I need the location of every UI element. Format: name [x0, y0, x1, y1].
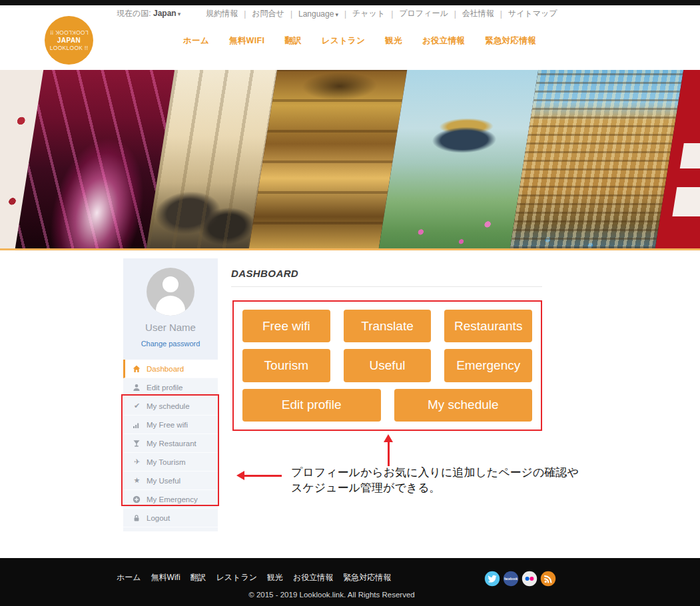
sidebar-item-edit-profile[interactable]: Edit profile	[123, 378, 218, 397]
tourism-button[interactable]: Tourism	[242, 349, 330, 382]
my-schedule-button[interactable]: My schedule	[394, 389, 533, 422]
footer-link-useful[interactable]: お役立情報	[293, 572, 333, 583]
footer-link-tourism[interactable]: 観光	[267, 572, 283, 583]
user-name: User Name	[145, 322, 196, 333]
sidebar-item-label: My Free wifi	[147, 421, 188, 429]
sidebar-item-label: Dashboard	[147, 365, 184, 373]
footer-link-home[interactable]: ホーム	[117, 572, 141, 583]
caret-down-icon: ▾	[178, 11, 181, 17]
dashboard-button-grid: Free wifi Translate Restaurants Tourism …	[232, 300, 542, 431]
twitter-icon[interactable]	[484, 571, 500, 587]
footer-link-restaurant[interactable]: レストラン	[216, 572, 257, 583]
annotation-line-1: プロフィールからお気に入りに追加したページの確認や	[291, 465, 579, 480]
utility-link-company[interactable]: 会社情報	[462, 8, 494, 19]
annotation-arrow-left-icon	[236, 471, 282, 481]
sidebar-item-my-restaurant[interactable]: My Restaurant	[123, 434, 218, 453]
utility-link-terms[interactable]: 規約情報	[206, 8, 238, 19]
sidebar-item-dashboard[interactable]: Dashboard	[123, 360, 218, 378]
page-title: DASHBOARD	[231, 268, 298, 279]
nav-tourism[interactable]: 観光	[385, 35, 402, 47]
separator: |	[500, 9, 502, 19]
sidebar-item-my-schedule[interactable]: ✔ My schedule	[123, 397, 218, 416]
facebook-icon[interactable]: facebook	[503, 571, 519, 587]
restaurants-button[interactable]: Restaurants	[444, 310, 532, 342]
button-row-2: Tourism Useful Emergency	[242, 349, 532, 382]
logo-bottom-text: LOOKLOOK !!	[50, 45, 89, 51]
sidebar-menu: Dashboard Edit profile ✔ My schedule My …	[123, 360, 218, 527]
star-icon: ★	[133, 477, 141, 484]
social-icons: facebook	[484, 571, 556, 587]
martini-glass-icon	[133, 440, 141, 448]
separator: |	[290, 9, 292, 19]
title-divider	[231, 286, 542, 287]
hero-bottom-border	[0, 248, 700, 250]
signal-bars-icon	[133, 421, 141, 429]
home-icon	[133, 365, 141, 373]
button-row-1: Free wifi Translate Restaurants	[242, 310, 532, 342]
airplane-icon: ✈	[133, 458, 141, 465]
header: LOOKLOOK !! JAPAN LOOKLOOK !! 現在の国: Japa…	[0, 5, 700, 70]
utility-link-profile[interactable]: プロフィール	[399, 8, 448, 19]
annotation-line-2: スケジュール管理ができる。	[291, 480, 579, 495]
country-selector[interactable]: 現在の国: Japan▾	[117, 8, 180, 19]
sidebar-item-my-free-wifi[interactable]: My Free wifi	[123, 416, 218, 434]
country-label: 現在の国:	[117, 9, 151, 18]
top-black-strip	[0, 0, 700, 5]
translate-button[interactable]: Translate	[344, 310, 432, 342]
svg-text:facebook: facebook	[504, 577, 518, 581]
nav-translate[interactable]: 翻訳	[284, 35, 302, 47]
button-row-3: Edit profile My schedule	[242, 389, 532, 422]
logo-middle-text: JAPAN	[57, 37, 81, 44]
main-nav: ホーム 無料WIFI 翻訳 レストラン 観光 お役立情報 緊急対応情報	[183, 35, 536, 47]
logo-top-text: LOOKLOOK !!	[50, 29, 89, 36]
utility-link-language[interactable]: Language▾	[298, 9, 338, 19]
nav-restaurant[interactable]: レストラン	[322, 35, 365, 47]
separator: |	[244, 9, 246, 19]
useful-button[interactable]: Useful	[344, 349, 432, 382]
sidebar-item-label: My Tourism	[147, 458, 186, 466]
footer-link-translate[interactable]: 翻訳	[190, 572, 206, 583]
country-value: Japan	[153, 9, 176, 18]
footer-link-free-wifi[interactable]: 無料Wifi	[151, 572, 180, 583]
utility-link-chat[interactable]: チャット	[352, 8, 385, 19]
emergency-button[interactable]: Emergency	[444, 349, 532, 382]
rss-icon[interactable]	[540, 571, 556, 587]
free-wifi-button[interactable]: Free wifi	[242, 310, 330, 342]
change-password-link[interactable]: Change password	[141, 340, 200, 348]
site-logo[interactable]: LOOKLOOK !! JAPAN LOOKLOOK !!	[45, 16, 93, 65]
footer: ホーム 無料Wifi 翻訳 レストラン 観光 お役立情報 緊急対応情報 face…	[0, 558, 700, 606]
footer-links: ホーム 無料Wifi 翻訳 レストラン 観光 お役立情報 緊急対応情報	[117, 572, 391, 583]
sidebar: User Name Change password Dashboard Edit…	[123, 258, 218, 531]
hero-banner-collage	[0, 70, 700, 248]
edit-profile-button[interactable]: Edit profile	[242, 389, 381, 422]
sidebar-item-logout[interactable]: Logout	[123, 509, 218, 527]
hero-photo-hotel	[509, 70, 685, 248]
footer-link-emergency[interactable]: 緊急対応情報	[343, 572, 391, 583]
plus-circle-icon	[133, 495, 141, 503]
user-icon	[133, 384, 141, 392]
separator: |	[391, 9, 393, 19]
sidebar-item-label: My Emergency	[147, 495, 198, 503]
sidebar-item-label: My Restaurant	[147, 440, 196, 448]
check-icon: ✔	[133, 402, 141, 410]
copyright-text: © 2015 - 2019 Looklook.link. All Rights …	[0, 591, 663, 599]
utility-link-sitemap[interactable]: サイトマップ	[508, 8, 557, 19]
sidebar-item-my-tourism[interactable]: ✈ My Tourism	[123, 453, 218, 471]
nav-home[interactable]: ホーム	[183, 35, 209, 47]
nav-emergency[interactable]: 緊急対応情報	[485, 35, 536, 47]
utility-bar: 現在の国: Japan▾ 規約情報 | お問合せ | Language▾ | チ…	[117, 8, 557, 19]
sidebar-item-my-emergency[interactable]: My Emergency	[123, 490, 218, 509]
utility-link-contact[interactable]: お問合せ	[252, 8, 284, 19]
nav-free-wifi[interactable]: 無料WIFI	[229, 35, 264, 47]
sidebar-item-label: My Useful	[147, 477, 180, 485]
annotation-text: プロフィールからお気に入りに追加したページの確認や スケジュール管理ができる。	[291, 465, 579, 495]
flickr-icon[interactable]	[522, 571, 537, 587]
nav-useful[interactable]: お役立情報	[422, 35, 465, 47]
sidebar-item-my-useful[interactable]: ★ My Useful	[123, 471, 218, 490]
sidebar-item-label: Logout	[147, 514, 170, 522]
separator: |	[344, 9, 346, 19]
profile-panel: User Name Change password	[123, 258, 218, 360]
utility-links: 規約情報 | お問合せ | Language▾ | チャット | プロフィール …	[206, 8, 557, 19]
avatar	[147, 268, 194, 316]
page: LOOKLOOK !! JAPAN LOOKLOOK !! 現在の国: Japa…	[0, 0, 700, 606]
